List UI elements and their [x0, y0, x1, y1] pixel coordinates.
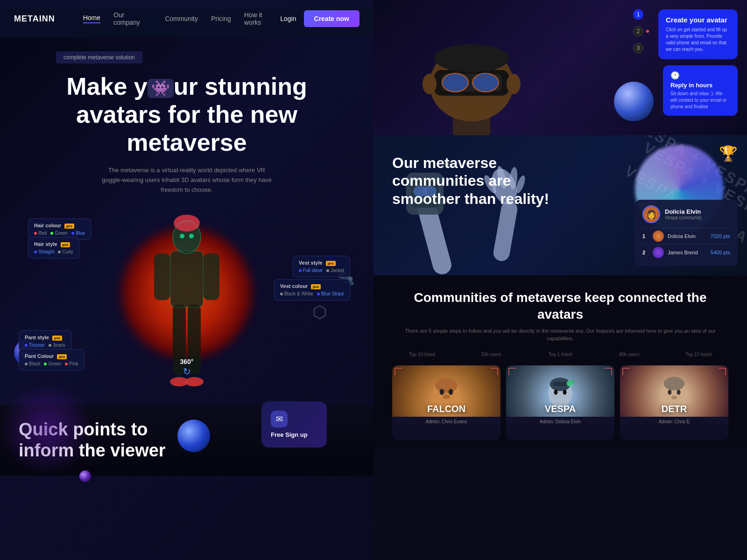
lb-pts-1: 7020 pts: [711, 233, 730, 239]
falcon-label: FALCON: [427, 404, 465, 414]
lb-pts-2: 5400 pts: [711, 250, 730, 255]
nav-community[interactable]: Community: [165, 15, 198, 22]
svg-point-7: [180, 234, 184, 238]
lb-rank-2: 2: [642, 250, 649, 255]
view-360-text: 360°: [180, 358, 194, 365]
create-button[interactable]: Create now: [304, 10, 359, 27]
falcon-admin: Admin: Chris Evans: [392, 417, 500, 427]
svg-rect-2: [154, 253, 170, 300]
avatar-area: ⬡ 🔩 Hair colour pro Red Green Blue Hair …: [9, 209, 364, 405]
step-2-num: 2: [633, 26, 643, 36]
nav-pricing[interactable]: Pricing: [211, 15, 231, 22]
pro-badge-pant-style: pro: [52, 336, 62, 341]
svg-point-50: [668, 390, 671, 395]
community-card-vespa: VESPA Admin: Dolicia Elvin: [506, 365, 614, 440]
create-avatar-desc: Click on get started and fill up a very …: [666, 27, 730, 53]
panel-hair-style-options: Straight Curly: [34, 249, 73, 254]
svg-point-44: [563, 390, 567, 395]
svg-point-8: [189, 234, 194, 238]
community-card-vespa-image: VESPA: [506, 365, 614, 417]
svg-point-22: [434, 44, 509, 72]
pro-badge-vest-color: pro: [311, 284, 321, 289]
nav-links: Home Our company Community Pricing How i…: [83, 11, 281, 26]
svg-point-23: [423, 74, 437, 94]
sphere-small: [79, 470, 91, 482]
pro-badge-hair-color: pro: [64, 224, 74, 229]
nav-company[interactable]: Our company: [113, 11, 152, 26]
panel-vest-style-options: Full sleve Jacket: [299, 268, 344, 273]
left-panel: METAINN Home Our company Community Prici…: [0, 0, 374, 560]
panel-pant-color: Pant Colour pro Black Green Pink: [19, 349, 85, 371]
gear-icon: ⬡: [312, 302, 327, 322]
step-2: 2: [633, 26, 649, 36]
hero-section: complete metaverse solution Make y👾ur st…: [0, 37, 374, 195]
panel-vest-color-title: Vest colour pro: [280, 283, 344, 289]
lb-name-1: Dolicia Elvin: [668, 233, 707, 239]
panel-hair-style: Hair style pro Straight Curly: [28, 237, 79, 259]
dolicia-name: Dolicia Elvin: [665, 208, 702, 215]
reply-card-desc: Sit down and relax :). We will contact t…: [670, 91, 730, 110]
svg-point-24: [507, 74, 521, 94]
detr-admin: Admin: Chris E: [620, 417, 728, 427]
bc-desc: There are 5 simple steps to follow and y…: [392, 327, 728, 343]
nav-home[interactable]: Home: [83, 14, 100, 23]
login-button[interactable]: Login: [280, 15, 296, 22]
vr-man-svg: [374, 9, 570, 135]
reply-card-icon: 🕐: [670, 71, 730, 80]
stat-top1-label: Top 1 listed: [530, 352, 590, 357]
right-panel: Create your avatar Click on get started …: [374, 0, 747, 560]
reply-card-title: Reply in hours: [670, 82, 730, 89]
step-1-num: 1: [633, 9, 643, 20]
svg-rect-1: [170, 251, 203, 307]
svg-rect-3: [203, 253, 219, 300]
svg-rect-45: [553, 382, 568, 386]
svg-point-38: [440, 389, 444, 395]
pro-badge-hair-style: pro: [61, 242, 70, 247]
step-3-num: 3: [633, 43, 643, 53]
starburst-icon: ✳: [444, 159, 451, 170]
community-text: Our metaverse communities are smoother t…: [392, 154, 556, 208]
stat-80k: 80k users: [599, 352, 659, 358]
svg-rect-31: [492, 200, 519, 262]
reply-card: 🕐 Reply in hours Sit down and relax :). …: [663, 65, 738, 116]
signup-icon: ✉: [271, 411, 288, 427]
signup-title: Free Sign up: [271, 431, 317, 438]
svg-point-10: [185, 377, 204, 386]
pro-badge-pant-color: pro: [57, 354, 67, 359]
blue-ball: [177, 420, 210, 452]
step-1: 1: [633, 9, 649, 20]
create-avatar-title: Create your avatar: [666, 16, 730, 24]
svg-point-6: [174, 215, 200, 231]
stat-top10-1: Top 10 listed: [392, 352, 452, 358]
stat-top1: Top 1 listed: [530, 352, 590, 358]
community-card-falcon-image: FALCON: [392, 365, 500, 417]
vr-sphere: [614, 82, 654, 121]
view-360: 360° ↻: [180, 357, 194, 377]
lb-avatar-1: [653, 231, 664, 242]
hero-badge: complete metaverse solution: [56, 51, 142, 63]
dolicia-community: Vespa community: [665, 215, 702, 220]
svg-point-37: [435, 378, 458, 393]
panel-pant-color-title: Pant Colour pro: [25, 353, 78, 359]
lb-name-2: James Brend: [668, 250, 707, 255]
stat-80k-label: 80k users: [599, 352, 659, 357]
nav-how[interactable]: How it works: [244, 11, 281, 26]
stats-row: Top 10 listed 20k users Top 1 listed 80k…: [392, 352, 728, 358]
community-title: Our metaverse communities are smoother t…: [392, 154, 556, 208]
panel-hair-color-options: Red Green Blue: [34, 231, 85, 236]
vr-icon: 👾: [148, 79, 174, 98]
stat-top10-2-label: Top 10 listed: [669, 352, 728, 357]
vespa-admin: Admin: Dolicia Elvin: [506, 417, 614, 427]
dolicia-avatar: 👩: [642, 205, 660, 223]
bottom-communities: Communities of metaverse keep connected …: [374, 275, 747, 449]
dolicia-card: 👩 Dolicia Elvin Vespa community 1 Dolici…: [635, 200, 738, 266]
nav-actions: Login Create now: [280, 10, 359, 27]
community-card-detr: DETR Admin: Chris E: [620, 365, 728, 440]
leaderboard-row-2: 2 James Brend 5400 pts: [642, 244, 730, 260]
pro-badge-vest-style: pro: [326, 261, 336, 266]
stat-20k-label: 20k users: [461, 352, 521, 357]
lb-rank-1: 1: [642, 233, 649, 239]
svg-point-40: [443, 394, 450, 399]
navbar: METAINN Home Our company Community Prici…: [0, 0, 374, 37]
panel-pant-style-options: Trouser Jeans: [25, 343, 65, 348]
